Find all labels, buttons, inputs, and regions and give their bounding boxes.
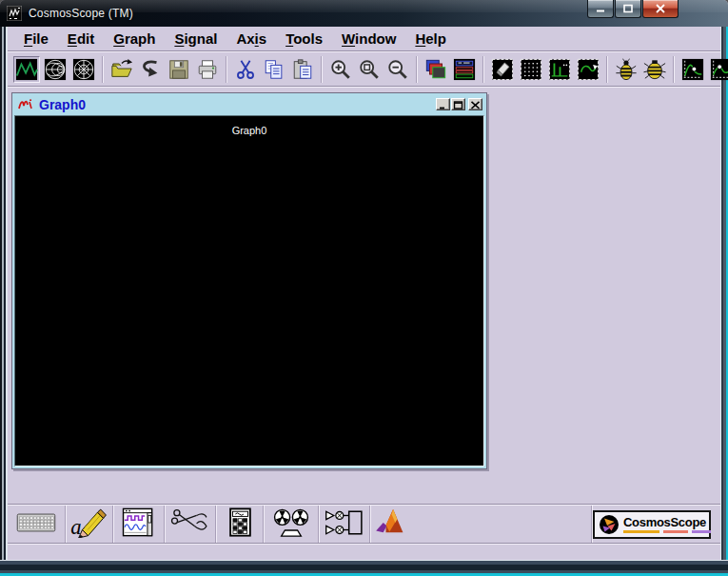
app-icon [7, 6, 22, 21]
graph0-controls [435, 98, 482, 110]
toolbar-button-zoom-in[interactable] [327, 56, 354, 83]
cascade-graphs-icon [424, 58, 447, 81]
palette-button-annotate[interactable]: a [67, 506, 112, 544]
bug-beetle-icon [643, 58, 666, 81]
window-frame-right [720, 27, 728, 560]
print-icon [196, 58, 219, 81]
menu-label-post: s [259, 30, 266, 47]
toolbar-button-smith-chart[interactable] [42, 56, 69, 83]
graph0-plot-area[interactable]: Graph0 [14, 115, 484, 467]
brand-label: CosmosScope [623, 516, 706, 528]
toolbar-button-erase[interactable] [489, 56, 516, 83]
close-icon [470, 96, 481, 113]
close-button[interactable] [642, 0, 679, 18]
window-controls [586, 0, 679, 18]
calculator-icon [219, 507, 261, 542]
zoom-fit-icon [358, 58, 381, 81]
toolbar-group [422, 56, 479, 83]
toolbar-button-grid-dots[interactable] [518, 56, 544, 83]
toolbar-button-waveform-graph[interactable] [13, 56, 40, 83]
toolbar-button-open[interactable] [108, 56, 135, 83]
graph-minimize-button[interactable] [436, 98, 450, 110]
toolbar-group [679, 56, 728, 83]
palette-button-snip[interactable] [166, 506, 215, 544]
toolbar-button-cascade-graphs[interactable] [423, 56, 449, 83]
menu-accel-letter: W [342, 30, 355, 47]
palette-button-calculator[interactable] [217, 506, 263, 544]
menu-label-post: raph [125, 30, 156, 47]
maximize-button[interactable] [615, 0, 641, 18]
client-area: FileEditGraphSignalAxisToolsWindowHelp G… [8, 27, 720, 560]
menu-label-post: ignal [184, 30, 217, 47]
window-frame-left [0, 27, 8, 560]
toolbar-button-save[interactable] [166, 56, 192, 83]
menu-accel-letter: E [68, 30, 77, 47]
toolbar-button-zoom-fit[interactable] [356, 56, 383, 83]
brand-underline-bars [623, 530, 711, 533]
toolbar-button-copy[interactable] [261, 56, 287, 83]
palette-button-matlab[interactable] [371, 506, 417, 544]
toolbar-button-revert[interactable] [137, 56, 164, 83]
palette-button-keyboard[interactable] [8, 506, 65, 544]
cosmosscope-brand-button[interactable]: CosmosScope [593, 510, 711, 539]
status-bar [8, 543, 720, 560]
close-icon [655, 0, 666, 17]
palette-button-signal-flow[interactable] [320, 506, 369, 544]
cosmosscope-window: CosmosScope (TM) FileEditGraphSignalAxis… [0, 0, 728, 576]
smith-chart-icon [44, 58, 67, 81]
window-frame-bottom [0, 560, 728, 576]
signal-flow-icon [324, 507, 365, 542]
menu-label-post: ools [293, 30, 323, 47]
toolbar-button-measure-peak[interactable] [679, 56, 706, 83]
toolbar-button-zoom-out[interactable] [384, 56, 411, 83]
menu-file[interactable]: File [17, 29, 55, 49]
save-icon [167, 58, 190, 81]
menu-graph[interactable]: Graph [107, 29, 162, 49]
menu-window[interactable]: Window [335, 29, 403, 49]
menu-bar: FileEditGraphSignalAxisToolsWindowHelp [8, 27, 720, 51]
toolbar-button-redraw[interactable] [575, 56, 601, 83]
graph-window-icon [18, 98, 35, 111]
tape-reels-icon [270, 507, 312, 542]
toolbar-button-bug-beetle[interactable] [641, 56, 668, 83]
toolbar-button-tile-panels[interactable] [451, 56, 478, 83]
toolbar-separator [102, 56, 104, 83]
toolbar-button-cut[interactable] [232, 56, 259, 83]
graph0-titlebar[interactable]: Graph0 [14, 95, 484, 113]
toolbar-button-measure-level[interactable] [708, 56, 728, 83]
zoom-in-icon [329, 58, 352, 81]
measure-peak-icon [681, 58, 704, 81]
toolbar-separator [416, 56, 418, 83]
palette-button-tape-reels[interactable] [265, 506, 318, 544]
toolbar-separator [482, 56, 484, 83]
toolbar-group [326, 56, 412, 83]
scope-icon [118, 507, 160, 542]
toolbar-button-grid-axes[interactable] [546, 56, 573, 83]
brand-text-block: CosmosScope [623, 516, 711, 533]
menu-axis[interactable]: Axis [229, 29, 273, 49]
main-toolbar [8, 51, 720, 87]
palette-button-scope[interactable] [114, 506, 164, 544]
toolbar-group [612, 56, 669, 83]
menu-signal[interactable]: Signal [167, 29, 224, 49]
graph-maximize-button[interactable] [451, 98, 465, 110]
toolbar-button-paste[interactable] [289, 56, 316, 83]
minimize-icon [438, 96, 448, 113]
toolbar-button-polar-chart[interactable] [70, 56, 97, 83]
menu-label-post: dit [77, 30, 94, 47]
menu-tools[interactable]: Tools [279, 29, 329, 49]
grid-axes-icon [548, 58, 571, 81]
toolbar-group [108, 56, 222, 83]
graph-close-button[interactable] [468, 98, 482, 110]
measure-level-icon [710, 58, 728, 81]
toolbar-separator [321, 56, 323, 83]
menu-help[interactable]: Help [408, 29, 453, 49]
window-titlebar[interactable]: CosmosScope (TM) [0, 0, 728, 27]
minimize-button[interactable] [587, 0, 614, 18]
toolbar-button-print[interactable] [194, 56, 221, 83]
toolbar-button-bug-wasp[interactable] [613, 56, 639, 83]
cut-icon [234, 58, 257, 81]
menu-edit[interactable]: Edit [61, 29, 101, 49]
cosmosscope-logo-icon [599, 514, 620, 535]
mdi-desktop: Graph0 Graph0 [8, 87, 720, 505]
